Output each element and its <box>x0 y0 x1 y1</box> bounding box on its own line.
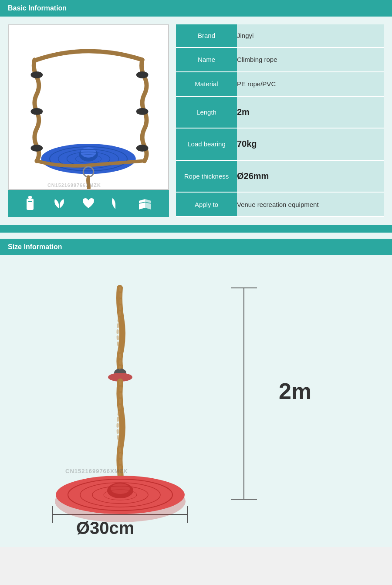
icon-book <box>137 197 153 210</box>
section-gap <box>0 225 392 233</box>
svg-point-2 <box>30 108 43 115</box>
basic-info-section: CN1521699766XMZK <box>0 17 392 225</box>
svg-point-37 <box>111 484 130 494</box>
svg-point-4 <box>136 71 149 78</box>
spec-label: Name <box>176 47 237 72</box>
basic-info-header: Basic Information <box>0 0 392 17</box>
size-info-title: Size Information <box>8 243 62 250</box>
svg-point-6 <box>136 145 149 152</box>
spec-value: Jingyi <box>237 24 384 47</box>
product-image-box: CN1521699766XMZK <box>8 24 169 190</box>
icon-single-leaf <box>110 196 122 210</box>
spec-value: 70kg <box>237 128 384 160</box>
svg-point-1 <box>30 71 43 78</box>
size-diagram: 2m Ø30cm <box>9 268 383 538</box>
product-image-svg: CN1521699766XMZK <box>9 25 168 189</box>
spec-label: Apply to <box>176 192 237 216</box>
spec-label: Rope thickness <box>176 160 237 193</box>
svg-point-3 <box>30 145 43 152</box>
basic-info-content: CN1521699766XMZK <box>8 24 384 217</box>
icon-heart <box>82 197 95 210</box>
spec-value: Venue recreation equipment <box>237 192 384 216</box>
svg-point-5 <box>136 108 149 115</box>
svg-text:CN1521699766XMZK: CN1521699766XMZK <box>47 183 101 188</box>
svg-rect-18 <box>28 201 32 202</box>
icons-bar <box>8 190 169 217</box>
size-diagram-svg: 2m Ø30cm <box>9 268 383 538</box>
icon-leaf <box>51 197 67 210</box>
size-info-section: 2m Ø30cm <box>0 255 392 547</box>
svg-rect-17 <box>27 199 34 210</box>
spec-value: PE rope/PVC <box>237 72 384 96</box>
spec-label: Material <box>176 72 237 96</box>
spec-value: Ø26mm <box>237 160 384 193</box>
svg-text:2m: 2m <box>279 379 311 404</box>
spec-label: Load bearing <box>176 128 237 160</box>
svg-text:CN1521699766XMZK: CN1521699766XMZK <box>65 468 128 474</box>
specs-table: BrandJingyiNameClimbing ropeMaterialPE r… <box>176 24 384 217</box>
left-panel: CN1521699766XMZK <box>8 24 169 217</box>
spec-label: Length <box>176 96 237 128</box>
spec-value: 2m <box>237 96 384 128</box>
size-info-header: Size Information <box>0 239 392 255</box>
basic-info-title: Basic Information <box>8 4 67 12</box>
svg-rect-16 <box>28 196 32 199</box>
spec-label: Brand <box>176 24 237 47</box>
spec-value: Climbing rope <box>237 47 384 72</box>
icon-bottle <box>24 196 36 211</box>
section-gap-white <box>0 233 392 239</box>
